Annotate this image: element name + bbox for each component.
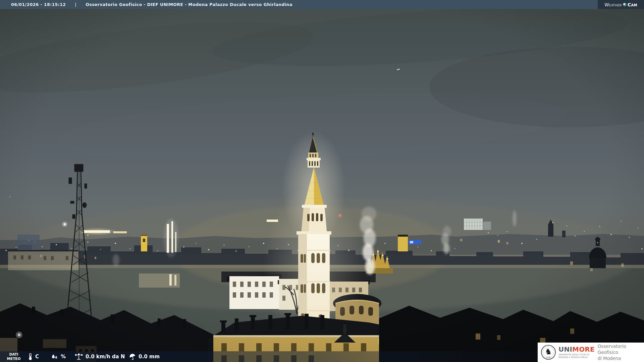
temperature-unit: C xyxy=(35,354,39,360)
university-line2: MODENA E REGGIO EMILIA xyxy=(558,356,595,359)
camera-lens-icon xyxy=(623,3,627,6)
temperature-reading: C xyxy=(28,351,39,362)
weathercam-label-cam: Cam xyxy=(628,2,637,7)
webcam-photo xyxy=(0,0,644,362)
umbrella-icon xyxy=(129,353,136,360)
humidity-reading: % xyxy=(51,351,66,362)
separator: | xyxy=(75,2,76,7)
page-title: Osservatorio Geofisico - DIEF UNIMORE - … xyxy=(86,2,292,7)
header-bar: 06/01/2026 - 18:15:12 | Osservatorio Geo… xyxy=(0,0,644,9)
thermometer-icon xyxy=(28,353,33,360)
unimore-more: MORE xyxy=(572,345,595,353)
anemometer-icon xyxy=(74,353,83,360)
dati-meteo-label: DATI METEO xyxy=(5,352,23,361)
unimore-wordmark-block: UNIMORE UNIVERSITÀ DEGLI STUDI DI MODENA… xyxy=(558,346,595,359)
humidity-unit: % xyxy=(61,354,66,360)
unimore-branding[interactable]: ♞ 1175 UNIMORE UNIVERSITÀ DEGLI STUDI DI… xyxy=(538,343,644,362)
rain-reading: 0.0 mm xyxy=(129,351,160,362)
wind-reading: 0.0 km/h da N xyxy=(74,351,125,362)
timestamp: 06/01/2026 - 18:15:12 xyxy=(11,2,66,7)
rain-value: 0.0 mm xyxy=(139,354,160,360)
weathercam-logo[interactable]: Weather Cam xyxy=(598,0,644,9)
webcam-viewer: 06/01/2026 - 18:15:12 | Osservatorio Geo… xyxy=(0,0,644,362)
water-drops-icon xyxy=(51,353,58,360)
seal-year: 1175 xyxy=(546,356,551,358)
weathercam-label-weather: Weather xyxy=(604,2,622,7)
observatory-label: Osservatorio Geofisico di Modena xyxy=(598,343,644,362)
unimore-seal-icon: ♞ 1175 xyxy=(541,345,556,360)
university-line1: UNIVERSITÀ DEGLI STUDI DI xyxy=(558,353,595,356)
unimore-uni: UNI xyxy=(558,345,572,353)
knight-on-horse-icon: ♞ xyxy=(545,347,552,356)
wind-value: 0.0 km/h da N xyxy=(86,354,125,360)
